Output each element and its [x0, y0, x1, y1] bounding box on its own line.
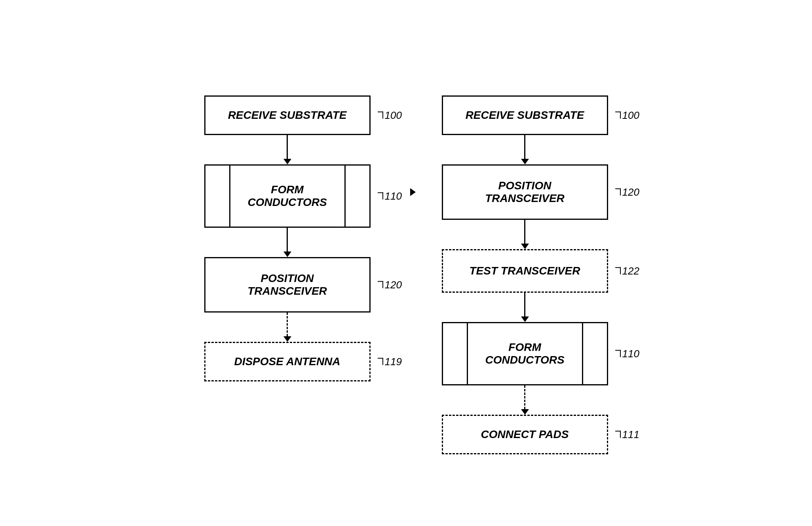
- right-ref-bracket-122: [615, 267, 621, 274]
- right-ref-122: 122: [615, 265, 639, 277]
- right-arrow-1: [513, 135, 537, 164]
- left-form-conductors-label: FORMCONDUCTORS: [247, 183, 327, 209]
- right-arrow-1-line: [524, 135, 525, 159]
- right-arrow-1-head: [521, 159, 529, 164]
- right-ref-bracket-120: [615, 189, 621, 196]
- right-arrow-4-head: [521, 409, 529, 415]
- left-ref-100: 100: [378, 109, 402, 122]
- right-connect-pads-wrapper: CONNECT PADS 111: [442, 415, 608, 454]
- left-ref-bracket-110: [378, 192, 383, 200]
- left-arrow-1: [276, 135, 299, 164]
- left-ref-119: 119: [378, 356, 402, 368]
- left-ref-110: 110: [378, 190, 402, 202]
- right-receive-substrate-box: RECEIVE SUBSTRATE: [442, 95, 608, 135]
- right-ref-bracket-110: [615, 350, 621, 357]
- left-arrow-2: [276, 228, 299, 257]
- right-connect-pads-label: CONNECT PADS: [481, 428, 569, 441]
- left-arrow-3-head: [283, 336, 291, 342]
- right-arrow-4: [513, 385, 537, 415]
- left-arrow-2-line: [287, 228, 288, 252]
- right-arrow-2: [513, 220, 537, 249]
- left-arrow-3-line: [287, 313, 288, 336]
- right-position-transceiver-box: POSITIONTRANSCEIVER: [442, 164, 608, 220]
- right-position-transceiver-label: POSITIONTRANSCEIVER: [485, 179, 565, 205]
- right-arrow-3: [513, 293, 537, 322]
- left-ref-bracket-100: [378, 112, 383, 119]
- right-receive-substrate-label: RECEIVE SUBSTRATE: [466, 109, 584, 122]
- left-form-conductors-box: FORMCONDUCTORS: [204, 164, 371, 228]
- left-arrow-1-line: [287, 135, 288, 159]
- right-ref-111: 111: [615, 429, 639, 441]
- left-ref-bracket-119: [378, 358, 383, 365]
- left-position-transceiver-wrapper: POSITIONTRANSCEIVER 120: [204, 257, 371, 313]
- right-form-conductors-label: FORMCONDUCTORS: [485, 341, 564, 366]
- left-form-conductors-wrapper: FORMCONDUCTORS 110: [204, 164, 371, 228]
- feedback-arrowhead: [410, 188, 416, 196]
- right-connect-pads-box: CONNECT PADS: [442, 415, 608, 454]
- left-position-transceiver-box: POSITIONTRANSCEIVER: [204, 257, 371, 313]
- left-receive-substrate-label: RECEIVE SUBSTRATE: [228, 109, 347, 122]
- right-test-transceiver-box: TEST TRANSCEIVER: [442, 249, 608, 293]
- left-ref-bracket-120: [378, 281, 383, 288]
- left-dispose-antenna-wrapper: DISPOSE ANTENNA 119: [204, 342, 371, 381]
- right-ref-110: 110: [615, 348, 639, 360]
- right-ref-100: 100: [615, 109, 639, 122]
- left-dispose-antenna-label: DISPOSE ANTENNA: [234, 355, 340, 368]
- left-ref-120: 120: [378, 279, 402, 291]
- left-flowchart: RECEIVE SUBSTRATE 100 FORMCONDUCTORS 110: [204, 95, 371, 381]
- right-arrow-3-line: [524, 293, 525, 316]
- right-ref-bracket-111: [615, 431, 621, 438]
- right-test-transceiver-wrapper: TEST TRANSCEIVER 122: [442, 249, 608, 293]
- feedback-arrow-indicator: [410, 188, 416, 196]
- left-position-transceiver-label: POSITIONTRANSCEIVER: [247, 272, 327, 297]
- left-arrow-2-head: [283, 252, 291, 257]
- right-test-transceiver-label: TEST TRANSCEIVER: [469, 265, 580, 277]
- right-position-transceiver-wrapper: POSITIONTRANSCEIVER 120: [442, 164, 608, 220]
- right-flowchart: RECEIVE SUBSTRATE 100 POSITIONTRANSCEIVE…: [442, 95, 608, 454]
- left-arrow-3: [276, 313, 299, 342]
- right-arrow-4-line: [524, 385, 525, 409]
- left-dispose-antenna-box: DISPOSE ANTENNA: [204, 342, 371, 381]
- right-form-conductors-box: FORMCONDUCTORS: [442, 322, 608, 385]
- left-arrow-1-head: [283, 159, 291, 164]
- left-receive-substrate-wrapper: RECEIVE SUBSTRATE 100: [204, 95, 371, 135]
- right-form-conductors-wrapper: FORMCONDUCTORS 110: [442, 322, 608, 385]
- diagrams-container: RECEIVE SUBSTRATE 100 FORMCONDUCTORS 110: [204, 72, 608, 454]
- right-arrow-2-head: [521, 244, 529, 249]
- right-ref-bracket-100: [615, 112, 621, 119]
- right-receive-substrate-wrapper: RECEIVE SUBSTRATE 100: [442, 95, 608, 135]
- right-ref-120: 120: [615, 186, 639, 198]
- left-receive-substrate-box: RECEIVE SUBSTRATE: [204, 95, 371, 135]
- right-arrow-2-line: [524, 220, 525, 244]
- right-arrow-3-head: [521, 316, 529, 322]
